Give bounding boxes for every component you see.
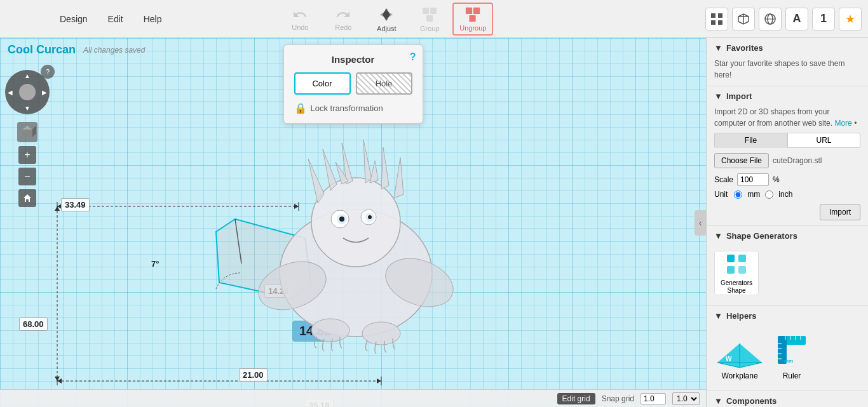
hole-button[interactable]: Hole bbox=[356, 72, 412, 95]
svg-point-51 bbox=[311, 319, 349, 342]
measure-top: 33.49 bbox=[61, 198, 90, 211]
adjust-icon bbox=[377, 6, 395, 23]
favorites-arrow: ▼ bbox=[714, 43, 722, 53]
redo-icon bbox=[336, 7, 351, 22]
bottombar: Edit grid Snap grid 1.0 0.5 2.0 bbox=[0, 389, 706, 407]
unit-radio-group: mm inch bbox=[734, 190, 792, 199]
text-button[interactable]: A bbox=[785, 8, 808, 30]
measure-left: 68.00 bbox=[19, 317, 48, 331]
snap-input[interactable] bbox=[641, 393, 666, 404]
unit-inch-radio[interactable] bbox=[765, 190, 773, 199]
home-icon bbox=[22, 193, 32, 203]
svg-rect-7 bbox=[718, 13, 722, 18]
favorites-header[interactable]: ▼ Favorites bbox=[714, 43, 860, 53]
svg-rect-62 bbox=[738, 266, 746, 274]
svg-marker-42 bbox=[394, 157, 403, 198]
url-tab[interactable]: URL bbox=[787, 133, 860, 148]
toolbar-center: Undo Redo Adjust Group bbox=[280, 3, 493, 36]
helpers-title: Helpers bbox=[726, 311, 757, 321]
zoom-out-button[interactable]: − bbox=[18, 168, 36, 185]
inspector-help[interactable]: ? bbox=[410, 51, 416, 63]
grid-view-button[interactable] bbox=[705, 8, 728, 30]
svg-rect-8 bbox=[711, 20, 715, 25]
ruler-label: Ruler bbox=[783, 371, 801, 380]
helpers-header[interactable]: ▼ Helpers bbox=[714, 311, 860, 321]
redo-button[interactable]: Redo bbox=[323, 3, 363, 36]
ungroup-button[interactable]: Ungroup bbox=[452, 3, 493, 36]
workplane-item[interactable]: W Workplane bbox=[714, 331, 765, 380]
components-section[interactable]: ▼ Components bbox=[707, 391, 868, 407]
grid-icon bbox=[710, 13, 723, 25]
svg-rect-5 bbox=[470, 15, 476, 21]
orbit-up[interactable]: ▲ bbox=[24, 72, 31, 79]
undo-button[interactable]: Undo bbox=[280, 3, 320, 36]
ungroup-icon bbox=[464, 6, 482, 23]
svg-marker-58 bbox=[24, 194, 31, 202]
dragon-model-svg bbox=[241, 121, 470, 362]
nav-edit[interactable]: Edit bbox=[99, 10, 132, 28]
orbit-down[interactable]: ▼ bbox=[24, 105, 31, 112]
help-button[interactable]: ? bbox=[41, 65, 55, 79]
group-button[interactable]: Group bbox=[409, 3, 450, 36]
orbit-left[interactable]: ◀ bbox=[8, 89, 13, 96]
scale-percent: % bbox=[773, 175, 780, 184]
orbit-right[interactable]: ▶ bbox=[42, 89, 47, 96]
number-button[interactable]: 1 bbox=[812, 8, 835, 30]
zoom-in-button[interactable]: + bbox=[18, 146, 36, 164]
svg-rect-9 bbox=[718, 20, 722, 25]
adjust-button[interactable]: Adjust bbox=[366, 3, 407, 36]
svg-marker-54 bbox=[370, 161, 378, 183]
right-panel: ▼ Favorites Star your favorite shapes to… bbox=[706, 38, 868, 407]
snap-unit-select[interactable]: 1.0 0.5 2.0 bbox=[672, 392, 700, 405]
unit-label: Unit bbox=[714, 190, 728, 199]
shape-generators-title: Shape Generators bbox=[726, 231, 797, 241]
svg-rect-59 bbox=[727, 255, 735, 262]
svg-rect-6 bbox=[711, 13, 715, 18]
filename-display: cuteDragon.stl bbox=[773, 156, 822, 165]
svg-text:W: W bbox=[726, 356, 732, 363]
import-arrow: ▼ bbox=[714, 91, 722, 101]
file-tab[interactable]: File bbox=[714, 133, 787, 148]
import-button[interactable]: Import bbox=[820, 204, 860, 220]
nav-help[interactable]: Help bbox=[135, 10, 171, 28]
generators-shape-item[interactable]: Generators Shape bbox=[714, 251, 759, 295]
view-cube[interactable] bbox=[17, 122, 37, 142]
import-more-link[interactable]: More bbox=[834, 119, 851, 128]
lock-icon: 🔒 bbox=[294, 102, 307, 114]
panel-toggle[interactable]: ‹ bbox=[695, 210, 706, 236]
home-button[interactable] bbox=[18, 189, 36, 207]
sphere-view-button[interactable] bbox=[759, 8, 782, 30]
svg-marker-57 bbox=[32, 126, 36, 137]
import-content: Import 2D or 3D shapes from your compute… bbox=[714, 106, 860, 220]
shape-generators-section: ▼ Shape Generators Generators Shap bbox=[707, 226, 868, 306]
svg-rect-61 bbox=[727, 266, 735, 274]
star-button[interactable]: ★ bbox=[839, 8, 862, 30]
3d-model bbox=[241, 121, 470, 362]
cube-view-button[interactable] bbox=[732, 8, 755, 30]
orbit-center[interactable] bbox=[19, 84, 36, 100]
nav-design[interactable]: Design bbox=[51, 10, 97, 28]
unit-inch-label: inch bbox=[778, 190, 792, 199]
svg-rect-4 bbox=[473, 7, 480, 13]
edit-grid-button[interactable]: Edit grid bbox=[557, 393, 595, 404]
import-header[interactable]: ▼ Import bbox=[714, 91, 860, 101]
snap-grid-label: Snap grid bbox=[602, 394, 634, 403]
scale-input[interactable] bbox=[737, 173, 769, 186]
ruler-item[interactable]: mm Ruler bbox=[773, 331, 811, 380]
generators-shape-label: Generators Shape bbox=[715, 279, 758, 295]
favorites-section: ▼ Favorites Star your favorite shapes to… bbox=[707, 38, 868, 86]
unit-mm-radio[interactable] bbox=[734, 190, 742, 199]
unit-row: Unit mm inch bbox=[714, 190, 860, 199]
svg-point-48 bbox=[368, 215, 372, 219]
logo[interactable] bbox=[6, 3, 39, 36]
shape-generators-header[interactable]: ▼ Shape Generators bbox=[714, 231, 860, 241]
choose-file-button[interactable]: Choose File bbox=[714, 153, 769, 168]
color-button[interactable]: Color bbox=[294, 72, 351, 95]
svg-rect-60 bbox=[738, 255, 746, 262]
canvas-area[interactable]: Cool Curcan All changes saved ▲ ▼ ◀ ▶ ? bbox=[0, 38, 706, 407]
topbar: Design Edit Help Undo Redo Adjust bbox=[0, 0, 868, 38]
svg-rect-1 bbox=[430, 8, 437, 14]
components-title: Components bbox=[726, 396, 776, 406]
main-area: Cool Curcan All changes saved ▲ ▼ ◀ ▶ ? bbox=[0, 38, 868, 407]
toolbar-right: A 1 ★ bbox=[705, 8, 862, 30]
